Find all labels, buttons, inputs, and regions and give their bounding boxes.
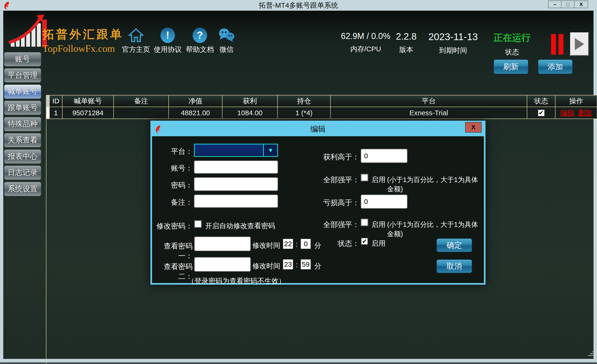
loss-above-input[interactable]	[361, 195, 407, 209]
nav-agreement[interactable]: ! 使用协议	[150, 27, 185, 54]
refresh-button[interactable]: 刷新	[494, 60, 528, 74]
sidebar-item-reports[interactable]: 报表中心	[4, 149, 41, 164]
stat-status: 正在运行 状态	[490, 31, 534, 57]
cell-status: ✔	[527, 107, 556, 119]
window-controls: – □ X	[548, 0, 588, 8]
stat-memory-cpu: 62.9M / 0.0% 内存/CPU	[338, 31, 394, 54]
add-button[interactable]: 添加	[538, 60, 573, 74]
force-close-enable-1: 启用	[371, 175, 385, 185]
nav-home[interactable]: 官方主页	[118, 27, 153, 54]
view-password2-input[interactable]	[194, 257, 251, 272]
account-input[interactable]	[194, 160, 278, 174]
col-profit: 获利	[222, 95, 278, 107]
sidebar-item-follow-accounts[interactable]: 跟单账号	[4, 100, 41, 115]
modify-time2-label: 修改时间	[252, 261, 280, 271]
play-button[interactable]	[570, 32, 589, 56]
force-close-hint-1: (小于1为百分比，大于1为具体金额)	[387, 175, 484, 194]
sidebar-item-signal-accounts[interactable]: 喊单账号	[4, 84, 41, 99]
account-label: 账号：	[158, 163, 193, 173]
cell-note	[114, 107, 169, 119]
row-status-checkbox[interactable]: ✔	[538, 109, 545, 117]
minimize-button[interactable]: –	[549, 1, 562, 8]
cell-profit: 1084.00	[222, 107, 278, 119]
chevron-down-icon[interactable]: ▼	[264, 144, 277, 156]
dialog-close-button[interactable]: X	[465, 122, 482, 133]
col-status: 状态	[527, 95, 556, 107]
edit-link[interactable]: 编辑	[560, 108, 574, 118]
time1-hour-input[interactable]	[283, 238, 293, 249]
cancel-button[interactable]: 取消	[437, 260, 472, 273]
status-enable: 启用	[371, 239, 385, 248]
platform-label: 平台：	[158, 147, 193, 156]
table-header-row: ID 喊单账号 备注 净值 获利 持仓 平台 状态 操作	[47, 95, 597, 107]
col-note: 备注	[114, 95, 169, 107]
pause-icon[interactable]	[551, 34, 556, 55]
close-button[interactable]: X	[575, 1, 588, 8]
edit-dialog: 编辑 X 平台： ▼ 账号： 密码： 备注： 修改密码： 开启自动修改查看密码 …	[150, 121, 486, 285]
profit-above-input[interactable]	[361, 149, 407, 163]
time1-minute-unit: 分	[314, 241, 321, 250]
view-password1-input[interactable]	[194, 237, 251, 251]
sidebar-item-logs[interactable]: 日志记录	[4, 165, 41, 180]
col-id: ID	[50, 95, 63, 107]
password-input[interactable]	[194, 177, 278, 191]
force-close-checkbox-1[interactable]	[361, 174, 368, 181]
note-label: 备注：	[158, 198, 193, 207]
row-selector-gutter[interactable]	[47, 107, 50, 119]
platform-select-value	[195, 144, 264, 156]
force-close-label-2: 全部强平：	[300, 220, 359, 229]
change-password-text: 开启自动修改查看密码	[205, 221, 275, 231]
play-icon	[575, 38, 584, 50]
window-frame-left	[0, 11, 3, 359]
cell-platform: Exness-Trial	[331, 107, 527, 119]
agreement-icon: !	[150, 27, 185, 43]
table-row[interactable]: 1 95071284 48821.00 1084.00 1 (*4) Exnes…	[47, 107, 597, 119]
note-input[interactable]	[194, 195, 278, 208]
platform-select[interactable]: ▼	[194, 144, 278, 157]
cell-equity: 48821.00	[169, 107, 222, 119]
edit-dialog-titlebar: 编辑	[152, 122, 484, 136]
maximize-button[interactable]: □	[562, 1, 575, 8]
dialog-logo-icon	[154, 125, 162, 134]
force-close-label-1: 全部强平：	[300, 175, 359, 185]
password-label: 密码：	[158, 180, 193, 190]
table-gutter-header	[47, 95, 50, 107]
delete-link[interactable]: 删除	[578, 108, 592, 118]
change-password-checkbox[interactable]	[194, 220, 202, 228]
stat-expiry: 2023-11-13 到期时间	[423, 31, 483, 55]
sidebar-item-special-symbols[interactable]: 特殊品种	[4, 117, 41, 132]
time1-colon: :	[296, 240, 298, 248]
col-actions: 操作	[556, 95, 597, 107]
loss-above-label: 亏损高于：	[316, 198, 359, 208]
col-equity: 净值	[169, 95, 222, 107]
col-account: 喊单账号	[63, 95, 114, 107]
time2-colon: :	[296, 261, 298, 269]
sidebar-item-settings[interactable]: 系统设置	[4, 182, 41, 197]
logo-domain: TopFollowFx.com	[42, 43, 115, 54]
resize-grip[interactable]	[587, 351, 594, 358]
stat-version: 2.2.8 版本	[392, 31, 420, 55]
status-checkbox[interactable]: ✔	[361, 237, 368, 245]
sidebar-item-relations[interactable]: 关系查看	[4, 133, 41, 148]
password-note: （登录密码为查看密码不生效）	[164, 276, 309, 286]
time1-minute-input[interactable]	[300, 238, 311, 249]
cell-account: 95071284	[63, 107, 114, 119]
time2-hour-input[interactable]	[283, 259, 293, 270]
home-icon	[118, 27, 153, 43]
time2-minute-input[interactable]	[300, 259, 311, 270]
col-position: 持仓	[278, 95, 331, 107]
view-password1-label: 查看密码一：	[152, 241, 193, 261]
sidebar-item-accounts[interactable]: 账号	[4, 52, 41, 67]
profit-above-label: 获利高于：	[316, 152, 359, 162]
force-close-checkbox-2[interactable]	[361, 219, 368, 226]
confirm-button[interactable]: 确定	[437, 238, 472, 252]
nav-wechat[interactable]: 微信	[209, 27, 244, 54]
force-close-hint-2: (小于1为百分比，大于1为具体金额)	[387, 220, 484, 239]
change-password-label: 修改密码：	[152, 221, 193, 231]
cell-actions: 编辑 删除	[556, 107, 597, 119]
dialog-title: 编辑	[152, 122, 484, 136]
sidebar-item-platform-mgmt[interactable]: 平台管理	[4, 68, 41, 83]
pause-icon[interactable]	[558, 34, 563, 55]
window-titlebar: 拓普-MT4多账号跟单系统	[0, 0, 597, 11]
time2-minute-unit: 分	[314, 261, 321, 271]
